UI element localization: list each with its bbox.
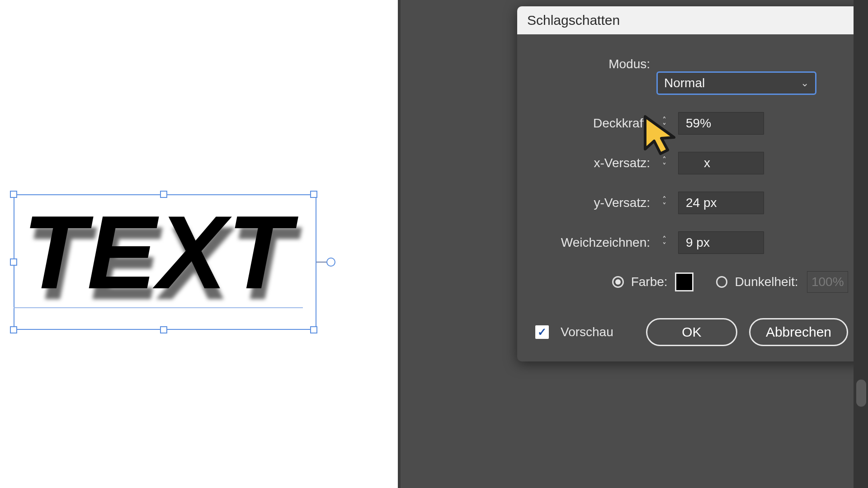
cancel-button[interactable]: Abbrechen — [749, 318, 848, 346]
color-radio[interactable] — [612, 276, 624, 288]
y-offset-field[interactable] — [678, 192, 764, 214]
handle-top-right[interactable] — [310, 191, 317, 198]
handle-bottom-left[interactable] — [10, 326, 17, 333]
selection-box — [14, 194, 316, 330]
mode-value: Normal — [664, 76, 705, 90]
dialog-body: Modus: Normal ⌄ Deckkraft: ˄ ˅ x-Versatz… — [517, 34, 866, 361]
row-blur: Weichzeichnen: ˄ ˅ — [535, 231, 848, 254]
scrollbar-thumb[interactable] — [856, 380, 866, 407]
label-preview: Vorschau — [561, 325, 613, 339]
canvas-pane[interactable]: TEXT — [0, 0, 398, 488]
stepper-down-icon: ˅ — [662, 203, 666, 209]
chevron-down-icon: ⌄ — [801, 77, 809, 89]
color-swatch[interactable] — [675, 272, 693, 291]
handle-top-middle[interactable] — [160, 191, 167, 198]
label-blur: Weichzeichnen: — [535, 235, 653, 250]
handle-top-left[interactable] — [10, 191, 17, 198]
blur-field[interactable] — [678, 231, 764, 254]
row-mode: Modus: Normal ⌄ — [535, 57, 848, 95]
handle-bottom-right[interactable] — [310, 326, 317, 333]
row-opacity: Deckkraft: ˄ ˅ — [535, 112, 848, 135]
drop-shadow-dialog: Schlagschatten Modus: Normal ⌄ Deckkraft… — [517, 6, 866, 361]
selection-baseline — [14, 307, 303, 308]
blur-stepper[interactable]: ˄ ˅ — [656, 232, 672, 253]
handle-bottom-middle[interactable] — [160, 326, 167, 333]
opacity-field[interactable] — [678, 112, 764, 135]
row-x-offset: x-Versatz: ˄ ˅ — [535, 152, 848, 174]
dialog-footer: ✓ Vorschau OK Abbrechen — [535, 310, 848, 346]
x-offset-field[interactable] — [678, 152, 764, 174]
darkness-field: 100% — [807, 271, 848, 293]
label-darkness: Dunkelheit: — [735, 275, 798, 289]
label-mode: Modus: — [535, 57, 653, 71]
row-y-offset: y-Versatz: ˄ ˅ — [535, 192, 848, 214]
preview-checkbox[interactable]: ✓ — [535, 325, 549, 339]
label-x-offset: x-Versatz: — [535, 156, 653, 170]
rotate-handle[interactable] — [326, 258, 335, 267]
darkness-radio[interactable] — [716, 276, 728, 288]
label-color: Farbe: — [631, 275, 668, 289]
label-y-offset: y-Versatz: — [535, 196, 653, 210]
ok-button[interactable]: OK — [646, 318, 737, 346]
vertical-scrollbar[interactable] — [854, 0, 868, 488]
row-color: Farbe: Dunkelheit: 100% — [535, 271, 848, 293]
opacity-stepper[interactable]: ˄ ˅ — [656, 113, 672, 134]
workspace-pane: Schlagschatten Modus: Normal ⌄ Deckkraft… — [398, 0, 868, 488]
mode-select[interactable]: Normal ⌄ — [656, 71, 816, 95]
stepper-down-icon: ˅ — [662, 163, 666, 169]
stepper-down-icon: ˅ — [662, 123, 666, 130]
stepper-down-icon: ˅ — [662, 243, 666, 249]
handle-middle-left[interactable] — [10, 258, 17, 266]
y-offset-stepper[interactable]: ˄ ˅ — [656, 192, 672, 214]
dialog-title: Schlagschatten — [517, 6, 866, 34]
label-opacity: Deckkraft: — [535, 116, 653, 131]
x-offset-stepper[interactable]: ˄ ˅ — [656, 152, 672, 174]
